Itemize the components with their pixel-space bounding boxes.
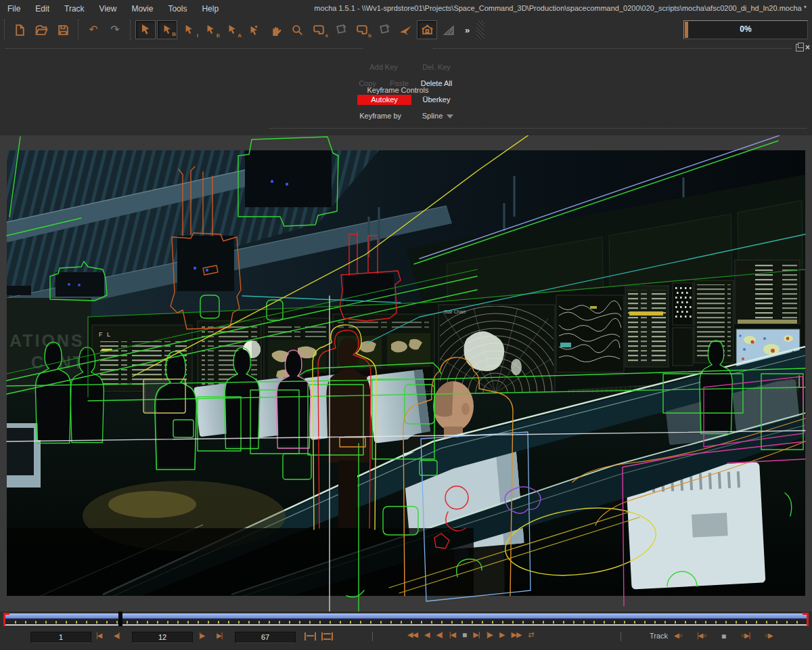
key-forward-button[interactable]: ▶| (473, 630, 479, 640)
play-reverse-button[interactable]: ◀ (424, 630, 429, 640)
track-stop-button[interactable]: ■ (721, 632, 726, 641)
separator (621, 632, 621, 641)
playhead[interactable] (118, 611, 122, 626)
set-out-icon[interactable]: |▶ (199, 632, 204, 639)
keyframe-marks (15, 621, 807, 624)
select-edge-tool-button[interactable]: E (200, 20, 221, 40)
timeline-keyframe-ticks[interactable] (5, 619, 807, 624)
go-to-start-button[interactable]: ◀◀ (407, 630, 418, 640)
redo-button[interactable]: ↷ (105, 20, 125, 40)
key-reverse-button[interactable]: |◀ (449, 630, 455, 640)
footage-frame: ATIONS CENTER F L (7, 145, 805, 596)
chevron-down-icon[interactable] (447, 114, 453, 118)
menu-help[interactable]: Help (194, 4, 226, 14)
panel-grip (433, 48, 792, 49)
create-bezier-layer-button[interactable]: b (352, 20, 372, 40)
frame-range-icon[interactable] (321, 632, 333, 641)
panel-float-icon[interactable] (796, 44, 804, 51)
progress-label: 0% (684, 24, 807, 34)
go-to-end-button[interactable]: ▶▶ (511, 630, 521, 640)
set-in-icon[interactable]: ◀| (114, 632, 119, 639)
autokey-toggle[interactable]: Autokey (357, 95, 411, 105)
tool-badge: B (172, 31, 176, 37)
window-title: mocha 1.5.1 - \\Wv1-sprdstore01\Projects… (314, 4, 807, 12)
frame-forward-button[interactable]: |▶ (487, 630, 493, 640)
zoom-tool-button[interactable] (287, 20, 307, 40)
track-progress-bar: 0% (683, 20, 808, 39)
keyframe-by-label: Keyframe by (342, 112, 401, 120)
mocha-app-window: File Edit Track View Movie Tools Help mo… (0, 0, 812, 650)
tool-badge: E (217, 32, 220, 39)
timeline-baseline (5, 624, 807, 626)
menu-tools[interactable]: Tools (160, 4, 194, 14)
add-bezier-to-layer-button[interactable] (374, 20, 394, 40)
radar-screen-title: Star Chart (444, 309, 466, 314)
add-point-tool-button[interactable] (244, 20, 264, 40)
playback-transport: ◀◀ ◀ ◀| |◀ ■ ▶| |▶ ▶ ▶▶ ⇄ (407, 630, 534, 640)
panel-grip (5, 48, 363, 49)
tool-badge: I (197, 32, 198, 39)
panel-close-icon[interactable]: × (805, 44, 810, 51)
select-inner-tool-button[interactable]: I (179, 20, 199, 40)
toolbar-separator (78, 20, 78, 40)
rotate-tool-button[interactable] (395, 20, 415, 40)
track-label: Track (650, 632, 668, 640)
keyframe-controls-panel: Keyframe Controls × Add Key Del. Key Cop… (0, 42, 812, 135)
goto-in-icon[interactable]: |◀ (96, 632, 102, 639)
menu-movie[interactable]: Movie (124, 4, 160, 14)
toolbar-separator (4, 20, 5, 40)
transport-bar: 1 |◀ ◀| 12 |▶ ▶| 67 ◀◀ ◀ ◀| |◀ ■ ▶| |▶ ▶… (0, 626, 812, 650)
panel-divider (269, 128, 807, 129)
toolbar: ↶ ↷ B I E A x b (0, 18, 812, 42)
toolbar-separator (130, 20, 131, 40)
goto-out-icon[interactable]: ▶| (217, 632, 222, 639)
track-frame-forwards-button[interactable]: ○▶| (741, 632, 750, 639)
uberkey-toggle[interactable]: Überkey (411, 95, 461, 104)
menu-edit[interactable]: Edit (28, 4, 57, 14)
edit-range-icon[interactable] (304, 632, 316, 641)
track-backwards-button[interactable]: ◀○ (674, 632, 682, 639)
del-key-button[interactable]: Del. Key (411, 63, 461, 71)
tool-badge: b (368, 32, 371, 39)
pan-tool-button[interactable] (265, 20, 286, 40)
track-frame-backwards-button[interactable]: |◀○ (697, 632, 706, 639)
stop-button[interactable]: ■ (462, 630, 466, 640)
frame-reverse-button[interactable]: ◀| (436, 630, 442, 640)
save-project-button[interactable] (53, 20, 73, 40)
open-project-button[interactable] (31, 20, 51, 40)
viewport: ATIONS CENTER F L (0, 135, 812, 611)
svg-text:F L: F L (99, 331, 112, 338)
create-xspline-layer-button[interactable]: x (309, 20, 329, 40)
menu-track[interactable]: Track (57, 4, 92, 14)
show-planar-grid-button[interactable] (438, 20, 459, 40)
undo-button[interactable]: ↶ (83, 20, 104, 40)
timeline[interactable] (0, 611, 812, 626)
menu-bar: File Edit Track View Movie Tools Help mo… (0, 0, 812, 18)
show-planar-surface-button[interactable] (417, 20, 437, 39)
wall-text-top: ATIONS (9, 331, 85, 350)
timeline-bar[interactable] (5, 613, 807, 619)
viewport-canvas[interactable]: ATIONS CENTER F L (0, 135, 812, 611)
menu-view[interactable]: View (92, 4, 125, 14)
add-key-button[interactable]: Add Key (357, 63, 411, 71)
current-frame-field[interactable]: 12 (132, 632, 193, 643)
keyframe-by-dropdown[interactable]: Spline (415, 112, 449, 120)
delete-all-keys-button[interactable]: Delete All (409, 79, 464, 87)
tool-badge: x (325, 32, 328, 39)
track-forwards-button[interactable]: ○▶ (765, 632, 773, 639)
toolbar-grip (476, 20, 484, 39)
separator (372, 632, 373, 641)
add-xspline-to-layer-button[interactable] (330, 20, 351, 40)
select-tool-button[interactable] (135, 20, 156, 39)
loop-button[interactable]: ⇄ (528, 630, 533, 640)
play-button[interactable]: ▶ (499, 630, 504, 640)
new-project-button[interactable] (9, 20, 30, 40)
select-all-tool-button[interactable]: A (222, 20, 242, 40)
select-both-tool-button[interactable]: B (157, 20, 177, 39)
tool-badge: A (238, 32, 242, 39)
in-frame-field[interactable]: 1 (30, 632, 91, 643)
toolbar-overflow-button[interactable]: » (465, 25, 470, 35)
menu-file[interactable]: File (0, 4, 28, 14)
out-frame-field[interactable]: 67 (235, 632, 296, 643)
